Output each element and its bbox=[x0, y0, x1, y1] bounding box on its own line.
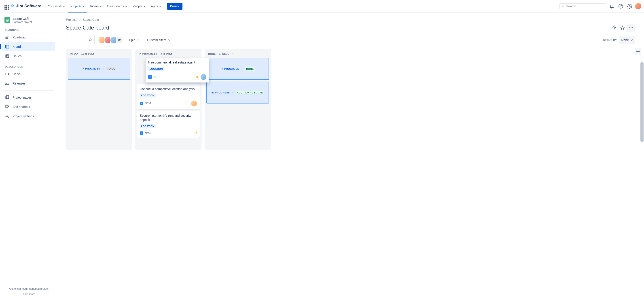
breadcrumb-separator: / bbox=[80, 18, 80, 22]
issue-key[interactable]: SC-9 bbox=[145, 132, 151, 135]
arrow-icon: → bbox=[102, 67, 105, 70]
sidebar-item-roadmap[interactable]: Roadmap bbox=[2, 33, 55, 42]
project-type: Software project bbox=[12, 20, 32, 24]
board-icon bbox=[5, 44, 10, 49]
column-todo[interactable]: TO DO 12 ISSUES IN PROGRESS → TO DO bbox=[66, 49, 132, 150]
issue-tag: LOCATION bbox=[140, 94, 156, 98]
search-input[interactable] bbox=[566, 4, 604, 8]
more-button[interactable] bbox=[627, 24, 635, 32]
issue-card[interactable]: Hire commercial real estate agent LOCATI… bbox=[146, 58, 209, 82]
add-person-icon bbox=[118, 38, 121, 42]
sidebar-item-issues[interactable]: Issues bbox=[2, 52, 55, 60]
chevron-down-icon bbox=[100, 5, 102, 8]
sidebar-item-project-pages[interactable]: Project pages bbox=[2, 93, 55, 102]
nav-dashboards[interactable]: Dashboards bbox=[105, 3, 130, 10]
svg-rect-7 bbox=[6, 45, 9, 48]
svg-point-22 bbox=[632, 27, 632, 28]
svg-point-23 bbox=[89, 39, 91, 41]
issue-title: Hire commercial real estate agent bbox=[148, 60, 206, 64]
bolt-icon bbox=[612, 26, 616, 30]
sidebar-item-project-settings[interactable]: Project settings bbox=[2, 112, 55, 121]
column-done[interactable]: DONE 1 ISSUE ✓ IN PROGRESS → DONE IN PRO… bbox=[204, 49, 271, 150]
issue-card[interactable]: Conduct a competitive location analysis … bbox=[137, 84, 200, 109]
chevron-down-icon bbox=[63, 5, 65, 8]
epic-filter[interactable]: Epic bbox=[127, 36, 141, 44]
divider bbox=[3, 90, 54, 90]
add-member-button[interactable] bbox=[116, 36, 123, 44]
star-button[interactable] bbox=[618, 24, 626, 32]
create-button[interactable]: Create bbox=[167, 3, 183, 10]
issue-tag: LOCATION bbox=[140, 124, 156, 128]
learn-more-link[interactable]: Learn more bbox=[4, 292, 53, 296]
chevron-down-icon bbox=[630, 39, 633, 41]
footer-text: You're in a team-managed project bbox=[4, 287, 53, 290]
sidebar-footer: You're in a team-managed project Learn m… bbox=[2, 286, 55, 298]
nav-items: Your work Projects Filters Dashboards Pe… bbox=[46, 3, 182, 10]
configure-board-button[interactable] bbox=[634, 48, 641, 55]
help-icon bbox=[618, 4, 623, 9]
issue-key[interactable]: SC-7 bbox=[154, 75, 160, 78]
sidebar-item-code[interactable]: Code bbox=[2, 70, 55, 78]
dots-icon bbox=[629, 26, 633, 30]
issue-title: Conduct a competitive location analysis bbox=[140, 87, 197, 91]
nav-filters[interactable]: Filters bbox=[88, 3, 104, 10]
column-header: TO DO 12 ISSUES bbox=[67, 52, 131, 58]
issue-key[interactable]: SC-8 bbox=[145, 102, 151, 105]
board-search[interactable] bbox=[66, 36, 94, 44]
automation-button[interactable] bbox=[610, 24, 618, 32]
nav-your-work[interactable]: Your work bbox=[46, 3, 67, 10]
section-planning: PLANNING bbox=[2, 27, 55, 33]
svg-point-0 bbox=[562, 5, 564, 7]
nav-projects[interactable]: Projects bbox=[68, 3, 87, 10]
help-button[interactable] bbox=[617, 3, 624, 10]
jira-logo[interactable]: Jira Software bbox=[10, 4, 41, 8]
board-controls: Epic Custom filters GROUP BY None bbox=[66, 36, 635, 44]
add-shortcut-icon bbox=[5, 104, 10, 109]
chevron-down-icon bbox=[137, 39, 139, 41]
svg-line-1 bbox=[564, 6, 564, 7]
scrollbar[interactable] bbox=[640, 62, 644, 142]
settings-button[interactable] bbox=[626, 3, 633, 10]
assignee-avatar[interactable] bbox=[191, 100, 197, 106]
svg-marker-18 bbox=[612, 26, 616, 30]
sidebar-item-board[interactable]: Board bbox=[2, 42, 55, 51]
app-switcher-icon[interactable] bbox=[3, 4, 8, 9]
sidebar-item-add-shortcut[interactable]: Add shortcut bbox=[2, 102, 55, 111]
assignee-avatar[interactable] bbox=[200, 74, 206, 80]
star-icon bbox=[620, 26, 625, 30]
top-nav: Jira Software Your work Projects Filters… bbox=[0, 0, 644, 12]
task-icon: ✓ bbox=[148, 75, 152, 79]
column-inprogress[interactable]: IN PROGRESS 4 ISSUES Hire commercial rea… bbox=[135, 49, 202, 150]
notifications-button[interactable] bbox=[608, 3, 616, 10]
breadcrumb-root[interactable]: Projects bbox=[66, 18, 77, 22]
group-by-select[interactable]: None bbox=[619, 36, 635, 44]
sidebar-item-releases[interactable]: Releases bbox=[2, 79, 55, 88]
custom-filters[interactable]: Custom filters bbox=[145, 36, 173, 44]
transition-done[interactable]: IN PROGRESS → DONE bbox=[206, 58, 269, 80]
transition-todo[interactable]: IN PROGRESS → TO DO bbox=[68, 58, 130, 80]
profile-avatar[interactable] bbox=[635, 3, 641, 10]
svg-point-17 bbox=[7, 116, 8, 117]
nav-right bbox=[560, 3, 641, 10]
project-name: Space Cafe bbox=[12, 17, 32, 20]
group-by-control: GROUP BY None bbox=[603, 36, 635, 44]
chevron-down-icon bbox=[159, 5, 161, 8]
chevron-down-icon bbox=[168, 39, 170, 41]
nav-apps[interactable]: Apps bbox=[149, 3, 164, 10]
transition-scope[interactable]: IN PROGRESS → ADDITIONAL SCOPE bbox=[206, 82, 269, 104]
breadcrumb-project[interactable]: Space Cafe bbox=[82, 18, 99, 22]
column-header: IN PROGRESS 4 ISSUES bbox=[137, 52, 200, 58]
releases-icon bbox=[5, 81, 10, 86]
issue-title: Secure first month's rent and security d… bbox=[140, 114, 197, 122]
task-icon: ✓ bbox=[140, 102, 143, 105]
assignee-filter bbox=[98, 36, 123, 44]
global-search[interactable] bbox=[560, 3, 606, 10]
svg-rect-11 bbox=[6, 56, 8, 57]
project-header[interactable]: ☕ Space Cafe Software project bbox=[2, 17, 55, 27]
svg-point-21 bbox=[630, 27, 631, 28]
issue-card[interactable]: Secure first month's rent and security d… bbox=[137, 111, 200, 138]
arrow-icon: → bbox=[232, 91, 234, 94]
nav-people[interactable]: People bbox=[130, 3, 148, 10]
arrow-icon: → bbox=[241, 68, 244, 70]
task-icon: ✓ bbox=[140, 132, 143, 135]
